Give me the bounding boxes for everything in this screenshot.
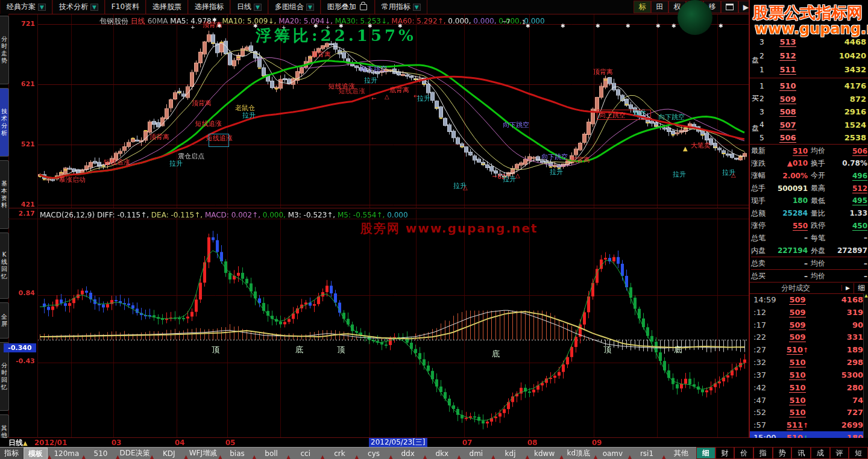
quote-tab-讯[interactable]: 讯 [791,447,811,459]
depth-row[interactable]: 15113432 [760,63,866,76]
tick-list[interactable]: 14:595094168:12509319:1750990:22509331:2… [750,293,864,444]
indicator-tab-dkx[interactable]: dkx [427,449,457,458]
indicator-tab-kdww[interactable]: kdww [529,449,559,458]
chart-annotation: 底背离 [570,155,590,164]
indicator-tab-bias[interactable]: bias [222,449,252,458]
scrollbar[interactable]: ▲▼ [863,293,868,444]
chevron-down-icon[interactable]: ▼ [254,4,262,11]
chevron-down-icon[interactable]: ▼ [413,4,421,11]
tick-row[interactable]: :32510298 [750,356,864,369]
footer-tab-模板[interactable]: 模板 [24,448,48,459]
sidebar-tab-基本资料[interactable]: 基本资料 [0,160,9,229]
quote-tab-财[interactable]: 财 [715,447,735,459]
tick-row[interactable]: 14:595094168 [750,293,864,306]
depth-row[interactable]: 251210420 [760,49,866,63]
quote-tab-成[interactable]: 成 [811,447,830,459]
footer-tab-指标[interactable]: 指标 [0,448,24,459]
menu-item-常用指标[interactable]: 常用指标▼ [375,0,427,14]
top-bottom-label: 顶 [337,345,345,355]
tick-list-header[interactable]: 分时成交▶细 [750,282,868,294]
quote-tab-评[interactable]: 评 [830,447,849,459]
window-icon [726,4,734,10]
indicator-tab-cys[interactable]: cys [359,449,389,458]
indicator-tab-rsi1[interactable]: rsi1 [632,449,662,458]
time-axis-label: 05 [225,439,236,447]
indicator-tab-其他[interactable]: 其他 [665,448,696,458]
tick-row[interactable]: :57511↑2699 [750,419,864,431]
detail-tab[interactable]: 细 [854,283,868,293]
tick-volume: 4168 [815,295,863,304]
menu-item-选择指标[interactable]: 选择指标 [188,0,230,14]
stat-label: 内盘 [751,246,772,256]
tick-row[interactable]: :42510280 [750,381,864,394]
depth-row[interactable]: 35082916 [760,105,866,119]
indicator-tab-WFJ增减[interactable]: WFJ增减 [188,448,218,458]
depth-row[interactable]: 55062538 [760,131,866,145]
tick-time: :27 [753,345,780,354]
indicator-tab-oamv[interactable]: oamv [597,449,627,458]
indicator-tab-KDJ[interactable]: KDJ [154,449,184,458]
sidebar-tab-全屏[interactable]: 全屏 [0,302,9,339]
sidebar-tab-分时回忆[interactable]: 分时回忆 [0,342,9,411]
indicator-tab-kd顶底[interactable]: kd顶底 [564,448,594,458]
indicator-tab-ddx[interactable]: ddx [392,449,423,458]
menu-item-图形叠加[interactable]: 图形叠加 [321,0,375,14]
top-bottom-label: 顶 [603,345,611,355]
indicator-tab-kdj[interactable]: kdj [495,449,525,458]
quote-tab-势[interactable]: 势 [773,447,792,459]
indicator-tab-510[interactable]: 510 [86,449,116,458]
depth-row[interactable]: 15104176 [760,79,866,93]
tick-row[interactable]: :27510↑189 [750,343,864,356]
indicator-tab-boll[interactable]: boll [256,449,286,458]
quote-tab-细[interactable]: 细 [696,447,715,459]
indicator-tab-120ma[interactable]: 120ma [51,449,81,458]
chevron-down-icon[interactable]: ▼ [38,4,46,11]
stat-label: 外盘 [811,246,831,256]
tick-row[interactable]: :375105300 [750,369,864,381]
depth-volume: 4176 [807,81,866,90]
tick-row[interactable]: :12509319 [750,306,864,319]
tick-row[interactable]: :4751074 [750,394,864,407]
chart-annotation: 拉升 [169,159,183,168]
menu-item-经典方案[interactable]: 经典方案▼ [0,0,52,14]
sidebar-tab-char: 走 [1,50,7,57]
chart-annotation: 拉升 [550,167,563,176]
menu-item-多图组合[interactable]: 多图组合▼ [268,0,321,14]
chevron-down-icon[interactable]: ▼ [306,4,314,11]
time-axis-label: 04 [175,439,185,447]
depth-row[interactable]: 2509872 [760,92,866,106]
stat-value: 500091 [772,184,808,193]
quote-tab-价[interactable]: 价 [734,447,753,459]
macd-indicator-chart[interactable] [37,210,749,438]
quote-tab-短[interactable]: 短 [849,447,868,459]
indicator-tab-crk[interactable]: crk [324,449,354,458]
depth-row[interactable]: 45071524 [760,118,866,132]
macd-values-header: MACD(26,12,9) DIFF: -0.115↑, DEA: -0.115… [40,211,408,219]
menu-item-技术分析[interactable]: 技术分析▼ [52,0,105,14]
tick-time: :32 [753,358,780,367]
tool-button-田[interactable]: 田 [651,1,668,13]
tool-button-win[interactable] [721,1,738,13]
menu-item-选择股票[interactable]: 选择股票 [146,0,188,14]
tool-button-标[interactable]: 标 [634,1,651,13]
stat-value: 272897 [831,246,867,255]
indicator-tab-DDE决策[interactable]: DDE决策 [119,448,149,458]
tick-row[interactable]: :1750990 [750,319,864,331]
depth-level: 3 [760,108,769,116]
time-axis-label: 09 [592,439,602,447]
indicator-tab-dmi[interactable]: dmi [461,449,491,458]
triangle-marker-icon: △ [731,172,736,178]
menu-item-F10资料[interactable]: F10资料 [105,0,146,14]
stat-label: 总笔 [751,233,772,243]
stat-label: 量比 [811,208,831,219]
tick-price: 510 [780,383,815,392]
menu-item-日线[interactable]: 日线▼ [230,0,268,14]
triangle-marker-icon: △ [463,184,468,191]
quote-tab-指[interactable]: 指 [753,447,773,459]
indicator-tab-cci[interactable]: cci [291,449,321,458]
axis-label: 0.84 [7,289,35,297]
chevron-down-icon[interactable]: ▼ [90,4,98,11]
expand-icon[interactable]: ▶ [841,285,854,291]
tick-row[interactable]: :22509331 [750,331,864,343]
tick-row[interactable]: :52510727 [750,406,864,419]
